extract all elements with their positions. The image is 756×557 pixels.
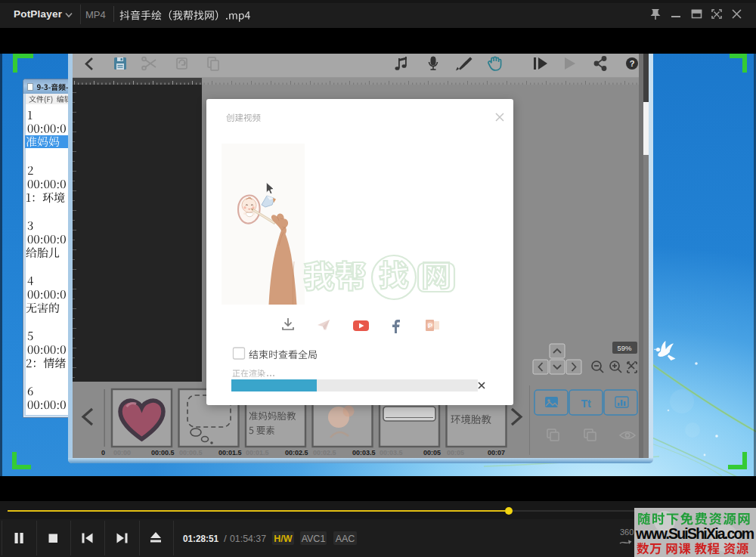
svg-text:H/W: H/W: [274, 534, 293, 544]
svg-text:01:54:37: 01:54:37: [230, 533, 266, 544]
svg-text:AVC1: AVC1: [302, 534, 326, 544]
svg-text:01:28:51: 01:28:51: [183, 533, 218, 544]
svg-text:www.SuiShiXia.com: www.SuiShiXia.com: [635, 525, 754, 542]
svg-text:AAC: AAC: [336, 534, 355, 544]
svg-text:/: /: [224, 533, 227, 544]
